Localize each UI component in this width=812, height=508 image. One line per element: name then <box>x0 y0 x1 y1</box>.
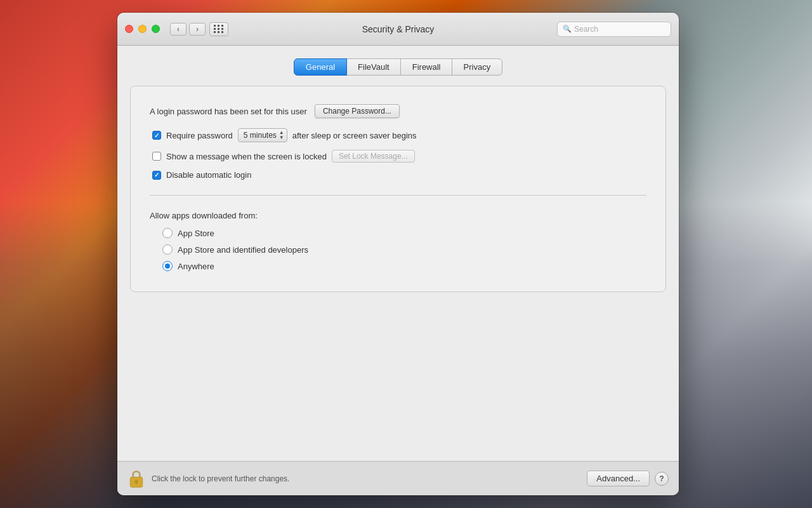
tab-filevault[interactable]: FileVault <box>346 58 402 76</box>
allow-apps-title: Allow apps downloaded from: <box>150 211 646 220</box>
minimize-button[interactable] <box>138 25 147 33</box>
radio-anywhere[interactable] <box>162 261 173 271</box>
radio-app-store-identified[interactable] <box>162 244 173 255</box>
settings-options: Require password 5 minutes ▲ ▼ after sle… <box>152 128 646 180</box>
radio-app-store-identified-label: App Store and identified developers <box>178 245 308 255</box>
bottom-bar: Click the lock to prevent further change… <box>117 461 679 495</box>
forward-button[interactable]: › <box>189 23 206 36</box>
require-password-checkbox[interactable] <box>152 131 161 140</box>
maximize-button[interactable] <box>152 25 160 33</box>
grid-view-button[interactable] <box>209 22 228 36</box>
password-info-text: A login password has been set for this u… <box>150 107 307 116</box>
tab-privacy[interactable]: Privacy <box>452 58 503 76</box>
dropdown-arrows-icon: ▲ ▼ <box>279 130 284 140</box>
back-button[interactable]: ‹ <box>170 23 187 36</box>
help-button[interactable]: ? <box>655 472 669 486</box>
spacer <box>117 292 679 462</box>
tabs: General FileVault Firewall Privacy <box>117 58 679 76</box>
disable-login-checkbox[interactable] <box>152 171 161 180</box>
advanced-button[interactable]: Advanced... <box>587 471 650 486</box>
traffic-lights <box>125 25 160 33</box>
disable-login-row: Disable automatic login <box>152 170 646 180</box>
show-message-checkbox[interactable] <box>152 152 161 161</box>
settings-panel: A login password has been set for this u… <box>130 86 666 292</box>
tab-general[interactable]: General <box>294 58 347 76</box>
radio-app-store-label: App Store <box>178 229 214 238</box>
tab-firewall[interactable]: Firewall <box>400 58 453 76</box>
radio-app-store-row: App Store <box>162 228 646 238</box>
radio-app-store[interactable] <box>162 228 173 238</box>
radio-app-store-identified-row: App Store and identified developers <box>162 244 646 255</box>
radio-anywhere-label: Anywhere <box>178 262 214 271</box>
window-title: Security & Privacy <box>362 24 435 34</box>
dropdown-value: 5 minutes <box>244 131 277 140</box>
show-message-label: Show a message when the screen is locked <box>166 152 327 161</box>
disable-login-label: Disable automatic login <box>166 170 251 180</box>
nav-buttons: ‹ › <box>170 23 206 36</box>
set-lock-message-button[interactable]: Set Lock Message... <box>332 150 415 163</box>
require-password-suffix: after sleep or screen saver begins <box>292 131 417 140</box>
require-password-label: Require password <box>166 131 233 140</box>
lock-icon[interactable] <box>128 469 145 488</box>
require-password-row: Require password 5 minutes ▲ ▼ after sle… <box>152 128 646 142</box>
radio-group: App Store App Store and identified devel… <box>162 228 646 271</box>
content-area: General FileVault Firewall Privacy A log… <box>117 46 679 461</box>
close-button[interactable] <box>125 25 133 33</box>
title-bar: ‹ › Security & Privacy 🔍 <box>117 13 679 46</box>
allow-apps-section: Allow apps downloaded from: App Store Ap… <box>150 211 646 271</box>
lock-status-text: Click the lock to prevent further change… <box>152 474 587 483</box>
radio-anywhere-row: Anywhere <box>162 261 646 271</box>
password-row: A login password has been set for this u… <box>150 104 646 118</box>
search-icon: 🔍 <box>563 25 572 33</box>
svg-rect-2 <box>136 482 138 485</box>
system-preferences-window: ‹ › Security & Privacy 🔍 General FileVau… <box>117 13 679 495</box>
grid-icon <box>214 25 224 33</box>
change-password-button[interactable]: Change Password... <box>315 104 400 118</box>
show-message-row: Show a message when the screen is locked… <box>152 150 646 163</box>
section-divider <box>150 195 646 196</box>
search-bar[interactable]: 🔍 <box>557 22 671 37</box>
password-timeout-dropdown[interactable]: 5 minutes ▲ ▼ <box>238 128 287 142</box>
search-input[interactable] <box>574 25 665 34</box>
